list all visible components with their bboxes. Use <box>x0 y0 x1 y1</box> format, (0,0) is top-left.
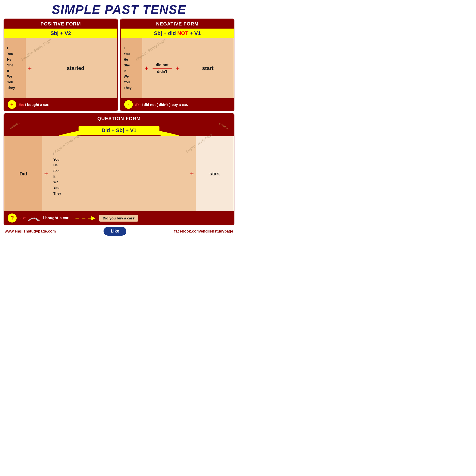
question-plus2-symbol: + <box>190 170 194 178</box>
question-example-car: a car. <box>60 216 69 220</box>
negative-verb: start <box>182 38 234 98</box>
footer-facebook: facebook.com/englishstudypage <box>174 229 233 234</box>
question-section: www.englishstudypage.com www.englishstud… <box>3 113 235 225</box>
question-pronouns: English Study Page IYouHeSheItWeYouThey <box>50 136 188 211</box>
question-result: Did you buy a car? <box>99 215 138 221</box>
question-content: Did + English Study Page IYouHeSheItWeYo… <box>4 136 234 211</box>
like-button[interactable]: Like <box>103 227 126 236</box>
question-example-I: I <box>43 216 44 220</box>
question-formula: Did + Sbj + V1 <box>79 126 159 135</box>
positive-example-sentence: I bought a car. <box>25 102 50 107</box>
negative-content: English Study Page IYouHeSheItWeYouThey … <box>121 38 234 98</box>
positive-example-row: + Ex: I bought a car. <box>4 98 117 111</box>
positive-pronouns: IYouHeSheItWeYouThey <box>4 38 26 98</box>
arch-area: Did + Sbj + V1 <box>4 123 234 136</box>
negative-badge: - <box>124 100 133 109</box>
positive-example-text: Ex: I bought a car. <box>18 102 49 107</box>
negative-example-text: Ex: I did not ( didn't ) buy a car. <box>135 102 188 107</box>
positive-header: POSITIVE FORM <box>4 19 117 29</box>
positive-pronoun-list: IYouHeSheItWeYouThey <box>7 46 15 91</box>
question-example-left: Ex: I bought a car. <box>20 214 69 222</box>
neg-formula-post: + V1 <box>188 30 201 36</box>
positive-formula: Sbj + V2 <box>4 29 117 38</box>
footer-website: www.englishstudypage.com <box>5 229 56 234</box>
question-example-bought: bought <box>45 216 58 220</box>
question-badge: ? <box>8 214 17 222</box>
dashed-arrow-group: ▶ <box>75 215 95 221</box>
question-header-area: www.englishstudypage.com www.englishstud… <box>4 114 234 136</box>
negative-pronoun-list: IYouHeSheItWeYouThey <box>124 46 132 91</box>
positive-plus: + <box>26 38 34 98</box>
question-verb: start <box>196 136 234 211</box>
question-did: Did <box>4 136 42 211</box>
negative-example-sentence: I did not ( didn't ) buy a car. <box>142 102 188 107</box>
dash1 <box>75 218 79 219</box>
negative-plus1: + <box>142 38 151 98</box>
arrow-head-symbol: ▶ <box>91 215 95 221</box>
positive-content: English Study Page IYouHeSheItWeYouThey … <box>4 38 117 98</box>
page: SIMPLE PAST TENSE POSITIVE FORM Sbj + V2… <box>0 0 238 238</box>
didnt-text: didn't <box>157 69 167 74</box>
neg-formula-pre: Sbj + did <box>154 30 177 36</box>
negative-pronouns: IYouHeSheItWeYouThey <box>121 38 142 98</box>
dash2 <box>82 218 85 219</box>
positive-badge: + <box>8 100 16 109</box>
did-not-text: did not <box>156 63 169 67</box>
negative-plus2: + <box>173 38 182 98</box>
positive-ex-label: Ex: <box>18 102 24 107</box>
top-row: POSITIVE FORM Sbj + V2 English Study Pag… <box>3 18 235 111</box>
negative-form-box: NEGATIVE FORM Sbj + did NOT + V1 English… <box>120 18 235 111</box>
question-plus1: + <box>42 136 50 211</box>
question-header-inner: QUESTION FORM Did + Sbj + V1 <box>4 114 234 136</box>
negative-formula: Sbj + did NOT + V1 <box>121 29 234 38</box>
page-title: SIMPLE PAST TENSE <box>3 2 235 17</box>
negative-example-row: - Ex: I did not ( didn't ) buy a car. <box>121 98 234 111</box>
positive-verb: started <box>34 38 117 98</box>
gap2 <box>86 218 87 219</box>
didnot-divider <box>153 68 171 68</box>
neg-formula-not: NOT <box>177 30 188 36</box>
question-example-row: ? Ex: I bought a car. <box>4 211 234 225</box>
dash3 <box>88 218 92 219</box>
question-header: QUESTION FORM <box>4 114 234 123</box>
question-ex-label: Ex: <box>20 216 26 220</box>
negative-ex-label: Ex: <box>135 102 141 107</box>
curved-arrows-svg <box>27 214 41 222</box>
question-pronoun-list: IYouHeSheItWeYouThey <box>53 151 61 196</box>
didnot-col: did not didn't <box>151 38 173 98</box>
negative-header: NEGATIVE FORM <box>121 19 234 29</box>
positive-form-box: POSITIVE FORM Sbj + V2 English Study Pag… <box>3 18 118 111</box>
gap1 <box>80 218 81 219</box>
footer: www.englishstudypage.com Like facebook.c… <box>3 225 235 236</box>
question-plus2: + English Study Page <box>188 136 196 211</box>
